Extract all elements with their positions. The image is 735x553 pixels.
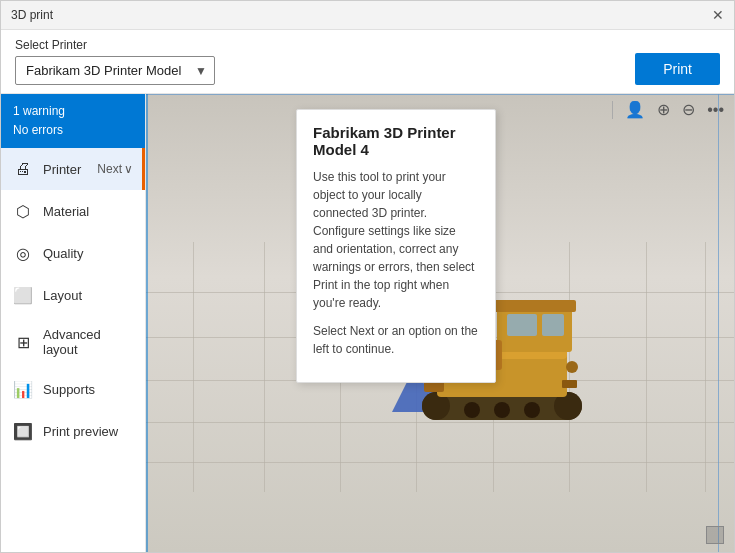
- printer-icon: 🖨: [13, 159, 33, 179]
- sidebar-item-advanced-layout[interactable]: ⊞ Advanced layout: [1, 316, 145, 368]
- tooltip-paragraph2: Select Next or an option on the left to …: [313, 322, 479, 358]
- printer-dropdown-wrapper[interactable]: Fabrikam 3D Printer Model 4 ▼: [15, 56, 215, 85]
- sidebar-alerts: 1 warning No errors: [1, 94, 145, 148]
- svg-point-7: [524, 402, 540, 418]
- sidebar-item-supports[interactable]: 📊 Supports: [1, 368, 145, 410]
- main-area: 1 warning No errors 🖨 Printer Next ∨ ⬡ M…: [1, 94, 734, 552]
- sidebar-item-layout[interactable]: ⬜ Layout: [1, 274, 145, 316]
- svg-rect-22: [562, 380, 577, 388]
- printer-next-label[interactable]: Next ∨: [97, 162, 133, 176]
- more-options-icon[interactable]: •••: [707, 101, 724, 119]
- grid-line-v1: [193, 242, 194, 492]
- person-icon[interactable]: 👤: [625, 100, 645, 119]
- warning-text: 1 warning: [13, 102, 133, 121]
- svg-point-5: [464, 402, 480, 418]
- sidebar-item-printer[interactable]: 🖨 Printer Next ∨: [1, 148, 145, 190]
- printer-dropdown[interactable]: Fabrikam 3D Printer Model 4: [15, 56, 215, 85]
- tooltip-title: Fabrikam 3D Printer Model 4: [313, 124, 479, 158]
- print-button[interactable]: Print: [635, 53, 720, 85]
- app-window: 3D print ✕ Select Printer Fabrikam 3D Pr…: [0, 0, 735, 553]
- sidebar-items: 🖨 Printer Next ∨ ⬡ Material ◎ Quality: [1, 148, 145, 552]
- svg-rect-13: [542, 314, 564, 336]
- window-title: 3D print: [11, 8, 53, 22]
- svg-point-6: [494, 402, 510, 418]
- sidebar-item-print-preview-label: Print preview: [43, 424, 118, 439]
- zoom-out-icon[interactable]: ⊖: [682, 100, 695, 119]
- chevron-down-icon: ∨: [124, 162, 133, 176]
- advanced-layout-icon: ⊞: [13, 332, 33, 352]
- quality-icon: ◎: [13, 243, 33, 263]
- svg-point-21: [566, 361, 578, 373]
- printer-select-area: Select Printer Fabrikam 3D Printer Model…: [15, 38, 215, 85]
- toolbar: 👤 ⊕ ⊖ •••: [612, 100, 724, 119]
- corner-indicator: [706, 526, 724, 544]
- tooltip-paragraph1: Use this tool to print your object to yo…: [313, 168, 479, 312]
- toolbar-divider: [612, 101, 613, 119]
- supports-icon: 📊: [13, 379, 33, 399]
- sidebar-item-printer-label: Printer: [43, 162, 81, 177]
- zoom-in-icon[interactable]: ⊕: [657, 100, 670, 119]
- printer-select-label: Select Printer: [15, 38, 215, 52]
- material-icon: ⬡: [13, 201, 33, 221]
- sidebar-item-print-preview[interactable]: 🔲 Print preview: [1, 410, 145, 452]
- grid-line-v2: [264, 242, 265, 492]
- sidebar-item-supports-label: Supports: [43, 382, 95, 397]
- guide-vertical: [718, 94, 719, 552]
- sidebar-item-material-label: Material: [43, 204, 89, 219]
- error-text: No errors: [13, 121, 133, 140]
- sidebar: 1 warning No errors 🖨 Printer Next ∨ ⬡ M…: [1, 94, 146, 552]
- top-bar: Select Printer Fabrikam 3D Printer Model…: [1, 30, 734, 94]
- sidebar-item-material[interactable]: ⬡ Material: [1, 190, 145, 232]
- title-bar: 3D print ✕: [1, 1, 734, 30]
- svg-rect-12: [507, 314, 537, 336]
- sidebar-item-advanced-layout-label: Advanced layout: [43, 327, 133, 357]
- content-area: Fabrikam 3D Printer Model 4 Use this too…: [146, 94, 734, 552]
- sidebar-item-layout-label: Layout: [43, 288, 82, 303]
- sidebar-item-quality[interactable]: ◎ Quality: [1, 232, 145, 274]
- grid-line-v8: [705, 242, 706, 492]
- close-button[interactable]: ✕: [712, 7, 724, 23]
- guide-horizontal-top: [146, 94, 734, 95]
- sidebar-item-quality-label: Quality: [43, 246, 83, 261]
- svg-rect-11: [494, 300, 576, 312]
- layout-icon: ⬜: [13, 285, 33, 305]
- grid-line-v7: [646, 242, 647, 492]
- tooltip-popup: Fabrikam 3D Printer Model 4 Use this too…: [296, 109, 496, 383]
- print-preview-icon: 🔲: [13, 421, 33, 441]
- left-accent: [146, 94, 148, 552]
